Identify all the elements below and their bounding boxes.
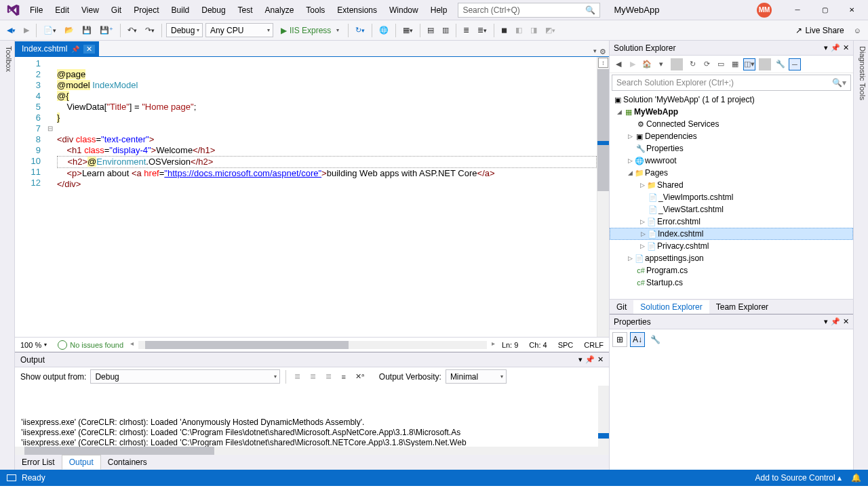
se-pin-icon[interactable]: 📌 bbox=[831, 43, 840, 52]
se-showall-icon[interactable]: ▦ bbox=[729, 58, 741, 70]
out-tb-2[interactable]: ≣ bbox=[307, 371, 319, 382]
se-close-icon[interactable]: ✕ bbox=[843, 43, 849, 52]
tree-privacy[interactable]: ▷📄Privacy.cshtml bbox=[610, 240, 853, 252]
output-source-select[interactable]: Debug bbox=[90, 369, 280, 384]
tb-icon-4[interactable]: ≣ bbox=[460, 24, 472, 36]
props-cat-icon[interactable]: ⊞ bbox=[612, 332, 627, 347]
pin-icon[interactable]: 📌 bbox=[71, 45, 79, 53]
notifications-icon[interactable]: 🔔 bbox=[851, 473, 861, 483]
menu-tools[interactable]: Tools bbox=[300, 3, 330, 18]
tree-appsettings[interactable]: ▷📄appsettings.json bbox=[610, 252, 853, 264]
quick-search[interactable]: Search (Ctrl+Q) 🔍 bbox=[458, 3, 600, 18]
output-dropdown-icon[interactable]: ▾ bbox=[578, 355, 583, 364]
out-tb-4[interactable]: ≡ bbox=[338, 371, 348, 382]
menu-project[interactable]: Project bbox=[128, 3, 164, 18]
fold-column[interactable]: ⊟ bbox=[47, 57, 57, 337]
out-tb-1[interactable]: ≣ bbox=[292, 371, 303, 382]
menu-extensions[interactable]: Extensions bbox=[332, 3, 382, 18]
tree-deps[interactable]: ▷▣Dependencies bbox=[610, 130, 853, 142]
props-wrench-icon[interactable]: 🔧 bbox=[648, 332, 663, 347]
tree-viewstart[interactable]: 📄_ViewStart.cshtml bbox=[610, 203, 853, 216]
save-all-icon[interactable]: 💾⁺ bbox=[97, 24, 116, 36]
se-search[interactable]: Search Solution Explorer (Ctrl+;) 🔍▾ bbox=[612, 75, 851, 91]
zoom-select[interactable]: 100 % bbox=[20, 341, 47, 349]
navigate-back-icon[interactable]: ◀▾ bbox=[4, 24, 18, 36]
live-share-button[interactable]: ↗Live Share bbox=[791, 24, 848, 37]
se-tab-solution[interactable]: Solution Explorer bbox=[633, 300, 709, 314]
se-preview-icon[interactable]: ◫▾ bbox=[743, 58, 755, 70]
diagnostic-tools-tab[interactable]: Diagnostic Tools bbox=[853, 41, 868, 470]
menu-debug[interactable]: Debug bbox=[196, 3, 231, 18]
props-az-icon[interactable]: A↓ bbox=[630, 332, 645, 347]
tree-properties[interactable]: 🔧Properties bbox=[610, 142, 853, 155]
se-tab-team[interactable]: Team Explorer bbox=[709, 300, 775, 314]
tree-solution[interactable]: ▣Solution 'MyWebApp' (1 of 1 project) bbox=[610, 94, 853, 106]
tab-output[interactable]: Output bbox=[62, 455, 101, 470]
se-collapse-icon[interactable]: ▭ bbox=[715, 58, 727, 70]
tab-error-list[interactable]: Error List bbox=[15, 455, 62, 469]
tree-program[interactable]: c#Program.cs bbox=[610, 264, 853, 277]
tree-wwwroot[interactable]: ▷🌐wwwroot bbox=[610, 155, 853, 167]
start-debug-button[interactable]: ▶ IIS Express bbox=[276, 23, 344, 37]
tab-settings-icon[interactable]: ⚙ bbox=[599, 47, 606, 56]
tb-icon-7[interactable]: ◨ bbox=[528, 24, 540, 36]
props-close-icon[interactable]: ✕ bbox=[843, 317, 849, 326]
tree-error[interactable]: ▷📄Error.cshtml bbox=[610, 216, 853, 228]
se-properties-icon[interactable]: 🔧 bbox=[774, 58, 787, 70]
browser-link-icon[interactable]: 🌐 bbox=[376, 24, 391, 36]
feedback-icon[interactable]: ☺ bbox=[851, 25, 864, 36]
tree-shared[interactable]: ▷📁Shared bbox=[610, 179, 853, 191]
tree-project[interactable]: ◢▦MyWebApp bbox=[610, 106, 853, 118]
close-tab-icon[interactable]: ✕ bbox=[83, 45, 95, 54]
maximize-button[interactable]: ▢ bbox=[811, 1, 838, 20]
se-view-icon[interactable]: ─ bbox=[789, 58, 801, 70]
se-fwd-icon[interactable]: ▶ bbox=[627, 58, 639, 70]
se-save-icon[interactable]: ▾ bbox=[655, 58, 667, 70]
menu-view[interactable]: View bbox=[76, 3, 104, 18]
platform-select[interactable]: Any CPU bbox=[205, 23, 273, 37]
menu-file[interactable]: File bbox=[24, 3, 48, 18]
tree-viewimports[interactable]: 📄_ViewImports.cshtml bbox=[610, 191, 853, 203]
verbosity-select[interactable]: Minimal bbox=[446, 369, 507, 384]
solution-tree[interactable]: ▣Solution 'MyWebApp' (1 of 1 project) ◢▦… bbox=[610, 92, 853, 299]
menu-git[interactable]: Git bbox=[106, 3, 127, 18]
se-dropdown-icon[interactable]: ▾ bbox=[824, 43, 828, 52]
file-tab-index[interactable]: Index.cshtml 📌 ✕ bbox=[15, 41, 99, 56]
output-pin-icon[interactable]: 📌 bbox=[585, 355, 595, 364]
se-refresh-icon[interactable]: ⟳ bbox=[701, 58, 713, 70]
close-button[interactable]: ✕ bbox=[838, 1, 865, 20]
se-home-icon[interactable]: 🏠 bbox=[641, 58, 653, 70]
tree-startup[interactable]: c#Startup.cs bbox=[610, 277, 853, 289]
tb-icon-3[interactable]: ▥ bbox=[439, 24, 452, 36]
code-editor[interactable]: 123456789101112 ⊟ @page @model IndexMode… bbox=[15, 57, 609, 337]
se-back-icon[interactable]: ◀ bbox=[612, 58, 625, 70]
bookmark-icon[interactable]: ◼ bbox=[498, 24, 510, 36]
tb-icon-1[interactable]: ▦▾ bbox=[400, 24, 416, 36]
tb-icon-5[interactable]: ≣▾ bbox=[475, 24, 490, 36]
menu-window[interactable]: Window bbox=[384, 3, 424, 18]
menu-edit[interactable]: Edit bbox=[50, 3, 75, 18]
tree-pages[interactable]: ◢📁Pages bbox=[610, 167, 853, 179]
user-avatar[interactable]: MM bbox=[757, 3, 772, 18]
open-file-icon[interactable]: 📂 bbox=[62, 24, 77, 36]
se-sync-icon[interactable]: ↻ bbox=[686, 58, 698, 70]
props-pin-icon[interactable]: 📌 bbox=[831, 317, 840, 326]
configuration-select[interactable]: Debug bbox=[166, 23, 203, 37]
add-source-control[interactable]: Add to Source Control ▴ bbox=[755, 473, 842, 483]
menu-build[interactable]: Build bbox=[166, 3, 195, 18]
redo-icon[interactable]: ↷▾ bbox=[142, 24, 157, 36]
se-tab-git[interactable]: Git bbox=[610, 300, 633, 314]
refresh-icon[interactable]: ↻▾ bbox=[353, 24, 368, 36]
tab-containers[interactable]: Containers bbox=[101, 455, 154, 469]
tab-overflow-icon[interactable]: ▾ bbox=[593, 47, 597, 56]
output-text[interactable]: 'iisexpress.exe' (CoreCLR: clrhost): Loa… bbox=[15, 386, 609, 447]
tb-icon-6[interactable]: ◧ bbox=[513, 24, 525, 36]
menu-help[interactable]: Help bbox=[425, 3, 453, 18]
props-dropdown-icon[interactable]: ▾ bbox=[824, 317, 828, 326]
editor-hscrollbar[interactable] bbox=[138, 341, 487, 349]
split-icon[interactable]: ↕ bbox=[598, 58, 608, 68]
properties-grid[interactable] bbox=[610, 350, 853, 470]
output-hscrollbar[interactable] bbox=[15, 447, 609, 455]
editor-vscrollbar[interactable]: ↕ bbox=[597, 57, 609, 337]
navigate-fwd-icon[interactable]: ▶ bbox=[21, 24, 32, 36]
